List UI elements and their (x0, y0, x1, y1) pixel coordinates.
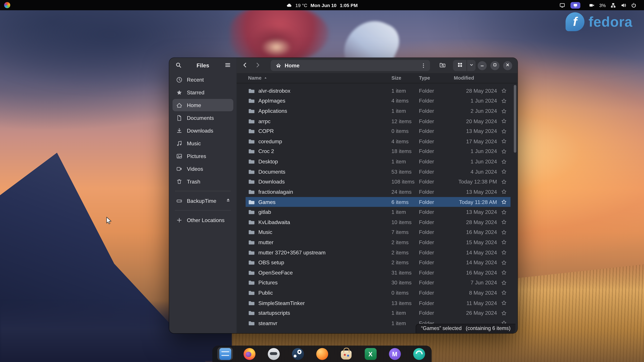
star-toggle[interactable] (497, 300, 510, 306)
sidebar-item-starred[interactable]: Starred (172, 86, 233, 98)
global-search-button[interactable] (437, 60, 448, 71)
file-row-pictures[interactable]: Pictures30 itemsFolder7 Jun 2024 (246, 278, 510, 288)
file-row-alvr-distrobox[interactable]: alvr-distrobox1 itemFolder28 May 2024 (246, 86, 510, 96)
eject-button[interactable] (226, 196, 231, 205)
star-toggle[interactable] (497, 280, 510, 286)
star-toggle[interactable] (497, 159, 510, 164)
dock-item-teal-app[interactable] (411, 347, 427, 360)
search-button[interactable] (173, 60, 184, 71)
file-row-simplesteamtinker[interactable]: SimpleSteamTinker13 itemsFolder11 May 20… (246, 298, 510, 308)
file-row-startupscripts[interactable]: startupscripts1 itemFolder26 May 2024 (246, 308, 510, 318)
window-title: Files (185, 62, 220, 68)
star-toggle[interactable] (497, 219, 510, 225)
file-row-desktop[interactable]: Desktop1 itemFolder1 Jun 2024 (246, 157, 510, 167)
dock-item-software-store[interactable] (338, 347, 354, 360)
file-row-obs-setup[interactable]: OBS setup2 itemsFolder14 May 2024 (246, 257, 510, 268)
minimize-button[interactable] (478, 61, 487, 70)
star-toggle[interactable] (497, 108, 510, 114)
forward-button[interactable] (252, 60, 263, 71)
folder-icon (248, 209, 255, 215)
file-size: 4 items (392, 138, 419, 144)
sidebar-separator (175, 191, 231, 191)
system-status-area[interactable]: 3% (586, 1, 640, 9)
star-toggle[interactable] (497, 98, 510, 104)
dock-item-chat-app[interactable] (266, 347, 281, 360)
screencast-indicator[interactable] (570, 2, 580, 8)
sidebar-item-downloads[interactable]: Downloads (172, 124, 233, 137)
file-row-downloads[interactable]: Downloads108 itemsFolderToday 12:38 PM (246, 177, 510, 187)
sidebar-item-documents[interactable]: Documents (172, 112, 233, 124)
dock-item-green-x-app[interactable]: X (362, 347, 378, 360)
close-button[interactable] (503, 61, 512, 70)
file-row-mutter[interactable]: mutter2 itemsFolder15 May 2024 (246, 237, 510, 247)
view-grid-button[interactable] (453, 60, 467, 71)
star-toggle[interactable] (497, 290, 510, 296)
sidebar-item-pictures[interactable]: Pictures (172, 150, 233, 162)
column-header-modified[interactable]: Modified (448, 75, 497, 81)
column-header-name[interactable]: Name (246, 75, 391, 81)
star-toggle[interactable] (497, 199, 510, 205)
star-toggle[interactable] (497, 270, 510, 276)
dock-item-purple-m-app[interactable]: M (387, 347, 402, 360)
file-row-fractionalagain[interactable]: fractionalagain24 itemsFolder13 May 2024 (246, 187, 510, 197)
star-toggle[interactable] (497, 88, 510, 94)
star-toggle[interactable] (497, 229, 510, 235)
sidebar-item-recent[interactable]: Recent (172, 73, 233, 86)
dock-item-files[interactable] (217, 347, 233, 360)
sidebar-item-trash[interactable]: Trash (172, 175, 233, 188)
file-size: 18 items (392, 148, 419, 155)
star-toggle[interactable] (497, 240, 510, 245)
star-toggle[interactable] (497, 310, 510, 316)
star-toggle[interactable] (497, 179, 510, 185)
sidebar-item-music[interactable]: Music (172, 137, 233, 149)
column-header-type[interactable]: Type (419, 75, 448, 81)
dock-item-orange-browser[interactable] (314, 347, 330, 360)
dock-item-firefox[interactable] (242, 347, 257, 360)
scrollbar-thumb[interactable] (514, 85, 516, 153)
star-toggle[interactable] (497, 169, 510, 174)
file-modified: 28 May 2024 (448, 219, 497, 225)
star-toggle[interactable] (497, 118, 510, 124)
app-menu-button[interactable] (222, 60, 233, 71)
star-toggle[interactable] (497, 260, 510, 265)
sidebar-item-videos[interactable]: Videos (172, 163, 233, 175)
star-toggle[interactable] (497, 209, 510, 215)
clock-menu-button[interactable]: 19 °C Mon Jun 10 1:05 PM (282, 1, 362, 9)
file-row-copr[interactable]: COPR0 itemsFolder13 May 2024 (246, 126, 510, 136)
file-row-gitlab[interactable]: gitlab1 itemFolder13 May 2024 (246, 207, 510, 217)
path-bar[interactable]: Home (271, 60, 430, 71)
file-row-arrpc[interactable]: arrpc12 itemsFolder20 May 2024 (246, 116, 510, 126)
file-modified: 11 May 2024 (448, 300, 497, 306)
file-size: 2 items (392, 249, 419, 256)
file-row-kvlibadwaita[interactable]: KvLibadwaita10 itemsFolder28 May 2024 (246, 217, 510, 227)
back-button[interactable] (240, 60, 250, 71)
display-tray-icon[interactable] (560, 2, 565, 8)
sidebar-item-backuptime[interactable]: BackupTime (172, 195, 233, 207)
image-icon (176, 153, 182, 159)
file-row-applications[interactable]: Applications1 itemFolder2 Jun 2024 (246, 106, 510, 116)
column-header-size[interactable]: Size (392, 75, 419, 81)
maximize-button[interactable] (490, 61, 500, 70)
file-row-games[interactable]: Games6 itemsFolderToday 11:28 AM (246, 197, 510, 207)
file-row-documents[interactable]: Documents53 itemsFolder4 Jun 2024 (246, 167, 510, 177)
file-type: Folder (419, 249, 448, 256)
star-toggle[interactable] (497, 128, 510, 134)
file-row-appimages[interactable]: AppImages4 itemsFolder1 Jun 2024 (246, 96, 510, 106)
list-column-headers: Name Size Type Modified (237, 73, 518, 83)
file-row-mutter-3720-3567-upstream[interactable]: mutter 3720+3567 upstream2 itemsFolder14… (246, 247, 510, 257)
star-toggle[interactable] (497, 138, 510, 144)
view-options-button[interactable] (467, 60, 476, 71)
file-row-croc-2[interactable]: Croc 218 itemsFolder1 Jun 2024 (246, 146, 510, 156)
file-row-openseeface[interactable]: OpenSeeFace31 itemsFolder16 May 2024 (246, 268, 510, 278)
star-toggle[interactable] (497, 250, 510, 255)
sidebar-item-other-locations[interactable]: Other Locations (172, 214, 233, 226)
file-row-coredump[interactable]: coredump4 itemsFolder17 May 2024 (246, 136, 510, 146)
file-row-music[interactable]: Music7 itemsFolder16 May 2024 (246, 227, 510, 237)
star-toggle[interactable] (497, 189, 510, 195)
sidebar-item-home[interactable]: Home (172, 99, 233, 111)
tray-badge-icon[interactable] (4, 2, 10, 8)
path-menu-button[interactable] (419, 61, 428, 70)
star-toggle[interactable] (497, 148, 510, 154)
file-row-public[interactable]: Public0 itemsFolder8 May 2024 (246, 288, 510, 298)
dock-item-steam[interactable] (290, 347, 306, 360)
